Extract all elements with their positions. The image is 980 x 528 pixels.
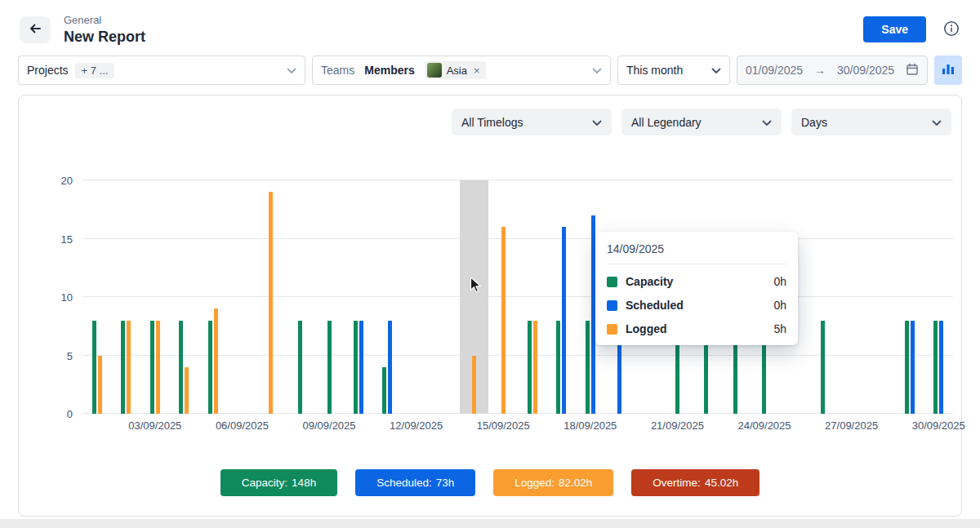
- y-tick-label: 10: [61, 291, 73, 304]
- bar-group-03/09/2025[interactable]: [140, 180, 170, 414]
- bar-group-30/09/2025[interactable]: [924, 180, 953, 414]
- report-chart-card: All Timelogs All Legendary Days 05101520…: [18, 95, 962, 517]
- x-tick-label: 27/09/2025: [825, 419, 878, 432]
- bar-scheduled: [562, 227, 566, 414]
- bar-group-11/09/2025[interactable]: [372, 180, 402, 414]
- legend-filter-select[interactable]: All Legendary: [621, 109, 782, 135]
- bar-group-12/09/2025[interactable]: [402, 180, 431, 414]
- x-tick-label: 09/09/2025: [302, 419, 355, 432]
- x-tick-label: 24/09/2025: [737, 419, 791, 432]
- bar-group-28/09/2025[interactable]: [866, 180, 895, 414]
- chart-controls: All Timelogs All Legendary Days: [452, 109, 951, 135]
- projects-count-badge: + 7 ...: [75, 63, 115, 78]
- bar-group-04/09/2025[interactable]: [170, 180, 199, 414]
- x-tick-label: 30/09/2025: [912, 419, 965, 432]
- bar-group-09/09/2025[interactable]: [314, 180, 344, 414]
- x-tick-label: 21/09/2025: [651, 419, 704, 432]
- legend-label: Overtime:: [653, 477, 701, 489]
- bar-group-27/09/2025[interactable]: [837, 180, 866, 414]
- bar-group-14/09/2025[interactable]: [460, 180, 489, 414]
- bar-group-05/09/2025[interactable]: [198, 180, 228, 414]
- bar-group-17/09/2025[interactable]: [547, 180, 577, 414]
- chart-tooltip: 14/09/2025 Capacity 0h Scheduled 0h Logg…: [595, 232, 798, 345]
- bar-group-16/09/2025[interactable]: [518, 180, 547, 414]
- chevron-down-icon: [287, 64, 296, 77]
- scheduled-swatch: [607, 300, 617, 311]
- granularity-value: Days: [801, 116, 827, 129]
- date-range-start[interactable]: 01/09/2025: [746, 64, 803, 77]
- bar-group-13/09/2025[interactable]: [430, 180, 460, 414]
- period-select-value: This month: [626, 64, 683, 77]
- bar-capacity: [354, 321, 358, 414]
- tooltip-row-scheduled: Scheduled 0h: [607, 299, 786, 312]
- bar-capacity: [382, 367, 386, 414]
- bar-scheduled: [939, 321, 943, 414]
- x-tick-label: 03/09/2025: [128, 419, 181, 432]
- legend-label: Scheduled:: [376, 477, 432, 489]
- granularity-select[interactable]: Days: [791, 109, 951, 135]
- bar-capacity: [208, 321, 212, 414]
- plot-area: [82, 180, 953, 414]
- legend-logged-button[interactable]: Logged: 82.02h: [493, 469, 613, 496]
- back-button[interactable]: [20, 16, 51, 43]
- legend-overtime-button[interactable]: Overtime: 45.02h: [631, 469, 760, 496]
- legend-value: 148h: [292, 477, 316, 489]
- chevron-down-icon: [762, 116, 772, 129]
- chevron-down-icon: [592, 64, 602, 77]
- tooltip-value: 0h: [773, 299, 786, 312]
- bar-logged: [501, 227, 506, 414]
- chart-view-button[interactable]: [934, 55, 962, 85]
- chevron-down-icon: [932, 116, 942, 129]
- date-range-end[interactable]: 30/09/2025: [837, 64, 894, 77]
- members-filter-select[interactable]: Teams Members Asia ×: [312, 55, 611, 85]
- bar-group-02/09/2025[interactable]: [112, 180, 141, 414]
- legend-capacity-button[interactable]: Capacity: 148h: [220, 469, 337, 496]
- bar-group-07/09/2025[interactable]: [256, 180, 286, 414]
- bar-scheduled: [388, 321, 392, 414]
- remove-member-icon[interactable]: ×: [474, 64, 480, 77]
- bar-logged: [533, 321, 537, 414]
- page-title: New Report: [64, 29, 145, 46]
- timelogs-filter-select[interactable]: All Timelogs: [452, 109, 612, 135]
- horizontal-scrollbar-track[interactable]: [0, 519, 980, 528]
- bar-group-15/09/2025[interactable]: [488, 180, 518, 414]
- legend-scheduled-button[interactable]: Scheduled: 73h: [355, 469, 475, 496]
- y-tick-label: 0: [67, 408, 73, 420]
- member-avatar: [427, 63, 442, 78]
- bar-logged: [156, 321, 160, 414]
- bar-capacity: [179, 321, 183, 414]
- bar-group-29/09/2025[interactable]: [895, 180, 924, 414]
- teams-option[interactable]: Teams: [321, 64, 354, 77]
- date-range-picker[interactable]: 01/09/2025 → 30/09/2025: [737, 55, 928, 85]
- arrow-left-icon: [28, 21, 42, 38]
- bar-group-01/09/2025[interactable]: [82, 180, 112, 414]
- bar-group-26/09/2025[interactable]: [808, 180, 837, 414]
- x-axis: 03/09/202506/09/202509/09/202512/09/2025…: [82, 414, 953, 435]
- filter-bar: Projects + 7 ... Teams Members Asia × Th…: [0, 55, 980, 85]
- info-button[interactable]: [942, 20, 960, 40]
- x-tick-label: 15/09/2025: [477, 419, 530, 432]
- period-select[interactable]: This month: [617, 55, 730, 85]
- tooltip-value: 0h: [773, 275, 786, 288]
- bar-capacity: [821, 321, 825, 414]
- chart-legend: Capacity: 148h Scheduled: 73h Logged: 82…: [19, 469, 961, 496]
- save-button[interactable]: Save: [863, 16, 926, 42]
- legend-value: 45.02h: [705, 477, 738, 489]
- x-tick-label: 18/09/2025: [564, 419, 617, 432]
- member-tag-asia[interactable]: Asia ×: [425, 61, 486, 79]
- title-block: General New Report: [64, 14, 145, 46]
- info-icon: [942, 20, 960, 40]
- bar-group-06/09/2025[interactable]: [228, 180, 257, 414]
- members-option[interactable]: Members: [364, 64, 414, 77]
- bar-capacity: [92, 321, 96, 414]
- member-tag-label: Asia: [447, 64, 467, 77]
- projects-filter-select[interactable]: Projects + 7 ...: [18, 55, 305, 85]
- bar-capacity: [327, 321, 332, 414]
- legend-label: Logged:: [514, 477, 555, 489]
- tooltip-value: 5h: [773, 322, 786, 335]
- calendar-icon: [906, 63, 919, 78]
- bar-group-10/09/2025[interactable]: [344, 180, 373, 414]
- bar-group-08/09/2025[interactable]: [286, 180, 315, 414]
- bar-capacity: [556, 321, 560, 414]
- chevron-down-icon: [711, 64, 721, 77]
